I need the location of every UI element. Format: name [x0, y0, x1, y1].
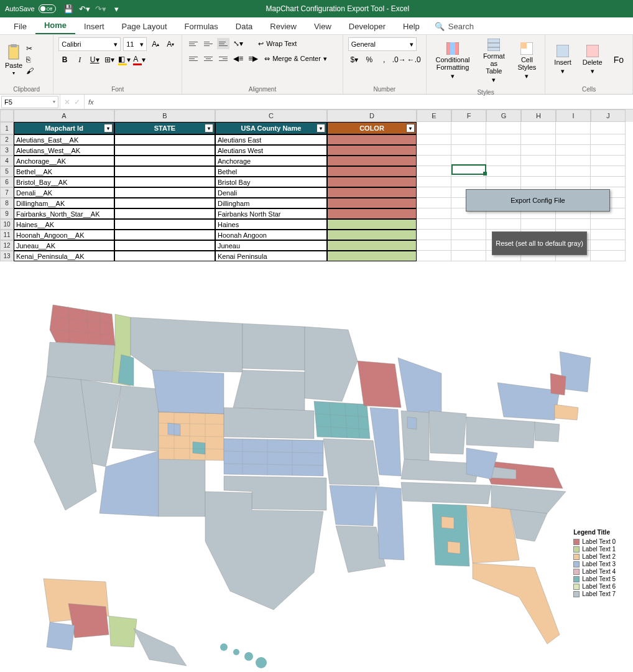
- percent-format-button[interactable]: %: [363, 54, 376, 66]
- cell[interactable]: Anchorage: [215, 156, 327, 166]
- cell[interactable]: Dillingham__AK: [14, 198, 114, 208]
- insert-cells-button[interactable]: Insert▾: [550, 44, 575, 77]
- tab-data[interactable]: Data: [227, 19, 261, 34]
- cell[interactable]: [417, 230, 451, 240]
- cell[interactable]: [417, 251, 451, 261]
- cell[interactable]: Juneau__AK: [14, 240, 114, 251]
- cell[interactable]: [591, 230, 626, 240]
- cell[interactable]: [556, 145, 591, 156]
- column-header-A[interactable]: A: [14, 110, 114, 122]
- bold-button[interactable]: B: [58, 54, 71, 66]
- cell[interactable]: [327, 156, 417, 166]
- row-header-3[interactable]: 3: [0, 145, 14, 156]
- row-header-12[interactable]: 12: [0, 240, 14, 251]
- cell[interactable]: Aleutians East: [215, 134, 327, 145]
- align-top-button[interactable]: [187, 38, 200, 49]
- format-as-table-button[interactable]: Format as Table▾: [478, 37, 510, 85]
- cell[interactable]: [451, 134, 486, 145]
- autosave-toggle[interactable]: AutoSave Off: [5, 4, 56, 13]
- filter-button[interactable]: ▾: [316, 124, 325, 133]
- cell[interactable]: [521, 145, 556, 156]
- cell[interactable]: Aleutians West: [215, 145, 327, 156]
- cell[interactable]: Bristol Bay: [215, 177, 327, 187]
- cell[interactable]: [114, 177, 215, 187]
- cell[interactable]: [417, 166, 451, 177]
- cell[interactable]: [556, 122, 591, 134]
- cell[interactable]: [327, 208, 417, 219]
- cell[interactable]: [521, 122, 556, 134]
- cell[interactable]: [591, 145, 626, 156]
- cell[interactable]: [327, 166, 417, 177]
- cell[interactable]: [114, 219, 215, 230]
- row-header-1[interactable]: 1: [0, 122, 14, 134]
- row-header-11[interactable]: 11: [0, 230, 14, 240]
- column-header-B[interactable]: B: [114, 110, 215, 122]
- cell[interactable]: [591, 134, 626, 145]
- cut-icon[interactable]: ✂: [26, 44, 34, 53]
- row-header-6[interactable]: 6: [0, 177, 14, 187]
- cell[interactable]: [451, 145, 486, 156]
- fx-icon[interactable]: fx: [85, 98, 98, 106]
- copy-icon[interactable]: ⎘: [26, 55, 34, 64]
- align-right-button[interactable]: [217, 53, 229, 64]
- tab-insert[interactable]: Insert: [75, 19, 113, 34]
- search-box[interactable]: 🔍 Search: [428, 19, 480, 34]
- cell[interactable]: Bethel: [215, 166, 327, 177]
- formula-input[interactable]: [98, 96, 633, 108]
- toggle-off-icon[interactable]: Off: [39, 4, 56, 13]
- align-left-button[interactable]: [187, 53, 200, 64]
- cell[interactable]: [451, 251, 486, 261]
- cell[interactable]: [451, 219, 486, 230]
- row-header-13[interactable]: 13: [0, 251, 14, 261]
- cell[interactable]: Fairbanks North Star: [215, 208, 327, 219]
- cell[interactable]: [451, 122, 486, 134]
- delete-cells-button[interactable]: Delete▾: [579, 44, 606, 77]
- cell[interactable]: [451, 240, 486, 251]
- row-header-10[interactable]: 10: [0, 219, 14, 230]
- filter-button[interactable]: ▾: [406, 124, 415, 133]
- font-name-select[interactable]: Calibri▾: [58, 37, 121, 51]
- row-header-8[interactable]: 8: [0, 198, 14, 208]
- cell[interactable]: [327, 198, 417, 208]
- tab-formulas[interactable]: Formulas: [176, 19, 227, 34]
- cell[interactable]: [591, 177, 626, 187]
- orientation-button[interactable]: ⤡▾: [232, 37, 244, 50]
- font-size-select[interactable]: 11▾: [123, 37, 147, 51]
- column-header-I[interactable]: I: [556, 110, 591, 122]
- cell[interactable]: [556, 177, 591, 187]
- cell[interactable]: [556, 134, 591, 145]
- cell[interactable]: [486, 156, 521, 166]
- cell[interactable]: [556, 156, 591, 166]
- name-box[interactable]: F5▾: [1, 96, 58, 108]
- wrap-text-button[interactable]: ↩Wrap Text: [256, 39, 299, 49]
- cell[interactable]: [591, 166, 626, 177]
- cell[interactable]: [114, 145, 215, 156]
- cell[interactable]: Kenai Peninsula: [215, 251, 327, 261]
- column-header-C[interactable]: C: [215, 110, 327, 122]
- increase-indent-button[interactable]: ≡▶: [247, 52, 259, 65]
- cell[interactable]: Haines: [215, 219, 327, 230]
- cell[interactable]: [486, 177, 521, 187]
- cell[interactable]: Fairbanks_North_Star__AK: [14, 208, 114, 219]
- cell[interactable]: [114, 240, 215, 251]
- cell[interactable]: [327, 251, 417, 261]
- align-bottom-button[interactable]: [217, 38, 229, 49]
- cell[interactable]: [417, 219, 451, 230]
- column-header-D[interactable]: D: [327, 110, 417, 122]
- cell[interactable]: Anchorage__AK: [14, 156, 114, 166]
- cell[interactable]: [114, 251, 215, 261]
- cell[interactable]: [114, 208, 215, 219]
- cell[interactable]: [417, 134, 451, 145]
- cell[interactable]: Bristol_Bay__AK: [14, 177, 114, 187]
- cell[interactable]: Kenai_Peninsula__AK: [14, 251, 114, 261]
- cell[interactable]: [114, 134, 215, 145]
- row-header-9[interactable]: 9: [0, 208, 14, 219]
- undo-icon[interactable]: ↶▾: [80, 4, 90, 14]
- cell[interactable]: Bethel__AK: [14, 166, 114, 177]
- qat-customize-icon[interactable]: ▾: [112, 4, 122, 14]
- decrease-indent-button[interactable]: ◀≡: [232, 52, 244, 65]
- cell[interactable]: [417, 240, 451, 251]
- select-all-corner[interactable]: [0, 110, 14, 122]
- cell[interactable]: [114, 156, 215, 166]
- cell[interactable]: Aleutians_East__AK: [14, 134, 114, 145]
